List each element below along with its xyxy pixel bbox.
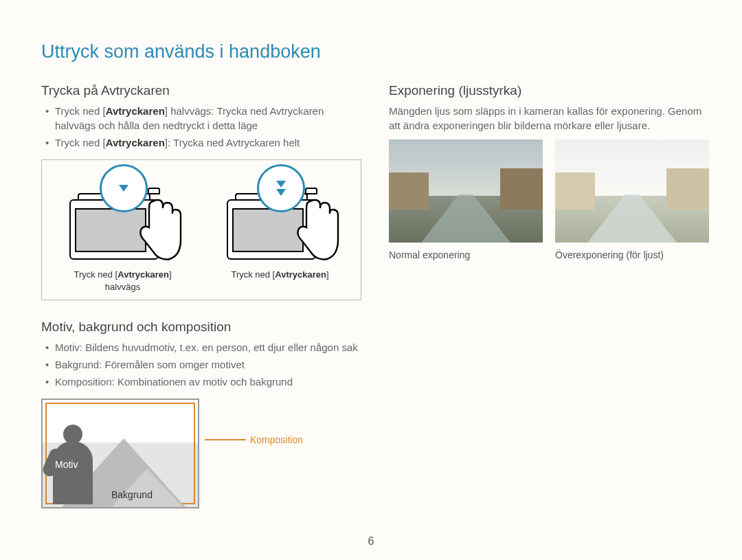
left-column: Trycka på Avtryckaren Tryck ned [Avtryck…	[41, 83, 361, 508]
photo-image	[389, 139, 543, 243]
photo-label-normal: Normal exponering	[389, 249, 543, 260]
section-heading-composition: Motiv, bakgrund och komposition	[41, 320, 361, 335]
page-title: Uttryck som används i handboken	[41, 41, 709, 63]
composition-list: Motiv: Bildens huvudmotiv, t.ex. en pers…	[41, 340, 361, 389]
chevron-down-icon	[276, 181, 286, 188]
photo-normal-exposure: Normal exponering	[389, 139, 543, 260]
mountain-shape	[111, 469, 183, 507]
label-motiv: Motiv	[55, 459, 78, 470]
exposure-examples: Normal exponering Överexponering (för lj…	[389, 139, 709, 260]
shutter-full-press-figure: Tryck ned [Avtryckaren]	[205, 168, 355, 293]
chevron-down-icon	[119, 185, 128, 192]
photo-label-over: Överexponering (för ljust)	[555, 249, 709, 260]
chevron-down-icon	[276, 189, 286, 196]
section-heading-shutter: Trycka på Avtryckaren	[41, 83, 361, 98]
label-bakgrund: Bakgrund	[111, 489, 153, 500]
half-press-badge	[100, 164, 148, 212]
photo-over-exposure: Överexponering (för ljust)	[555, 139, 709, 260]
shutter-half-press-figure: Tryck ned [Avtryckaren] halvvägs	[47, 168, 198, 293]
right-column: Exponering (ljusstyrka) Mängden ljus som…	[389, 83, 709, 508]
caption-full: Tryck ned [Avtryckaren]	[205, 269, 355, 281]
list-item: Tryck ned [Avtryckaren] halvvägs: Trycka…	[45, 104, 361, 133]
list-item: Bakgrund: Föremålen som omger motivet	[45, 357, 361, 372]
list-item: Tryck ned [Avtryckaren]: Trycka ned Avtr…	[45, 135, 361, 150]
caption-half: Tryck ned [Avtryckaren] halvvägs	[47, 269, 198, 293]
list-item: Motiv: Bildens huvudmotiv, t.ex. en pers…	[45, 340, 361, 355]
section-heading-exposure: Exponering (ljusstyrka)	[389, 83, 709, 98]
shutter-diagram-box: Tryck ned [Avtryckaren] halvvägs	[41, 159, 361, 300]
photo-image	[555, 139, 709, 243]
page-number: 6	[368, 535, 374, 548]
callout-komposition: Komposition	[205, 434, 303, 445]
shutter-list: Tryck ned [Avtryckaren] halvvägs: Trycka…	[41, 104, 361, 150]
composition-figure: Motiv Bakgrund	[41, 399, 199, 508]
exposure-paragraph: Mängden ljus som släpps in i kameran kal…	[389, 104, 709, 133]
full-press-badge	[257, 164, 305, 212]
list-item: Komposition: Kombinationen av motiv och …	[45, 374, 361, 389]
